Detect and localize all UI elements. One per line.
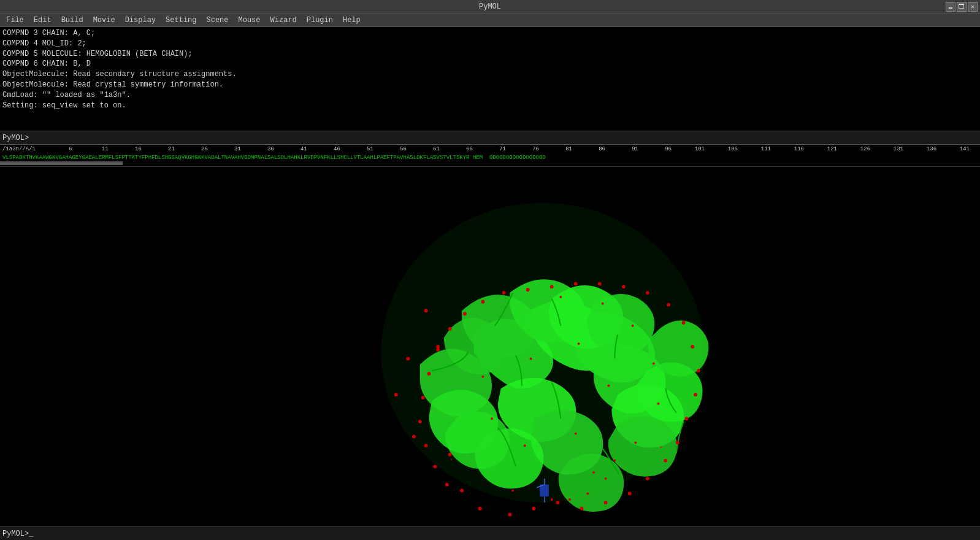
menu-bar: File Edit Build Movie Display Setting Sc… — [0, 14, 980, 27]
svg-point-53 — [578, 342, 580, 345]
svg-point-59 — [592, 471, 595, 474]
svg-point-26 — [691, 345, 694, 349]
sequence-residues[interactable]: VLSPADKTNVKAAWGKVGAHAGEYGAEALERMFLSFPTTK… — [0, 153, 980, 162]
svg-point-35 — [502, 291, 506, 295]
svg-point-19 — [628, 492, 632, 495]
console-line: ObjectMolecule: Read crystal symmetry in… — [2, 80, 980, 90]
svg-point-20 — [646, 477, 649, 480]
menu-build[interactable]: Build — [56, 15, 88, 26]
svg-point-15 — [532, 507, 535, 511]
svg-point-25 — [697, 369, 700, 372]
left-area: COMPND 3 CHAIN: A, C; COMPND 4 MOL_ID: 2… — [0, 27, 980, 540]
prompt-area: PyMOL> — [0, 131, 980, 145]
svg-point-49 — [568, 498, 571, 501]
svg-point-34 — [526, 288, 530, 291]
sequence-selection-bar — [0, 161, 123, 165]
console-line: CmdLoad: "" loaded as "1a3n". — [2, 90, 980, 101]
menu-display[interactable]: Display — [120, 15, 161, 26]
svg-point-37 — [463, 312, 467, 315]
menu-plugin[interactable]: Plugin — [302, 15, 338, 26]
console-area[interactable]: COMPND 3 CHAIN: A, C; COMPND 4 MOL_ID: 2… — [0, 27, 980, 131]
menu-scene[interactable]: Scene — [202, 15, 234, 26]
svg-point-36 — [481, 300, 484, 304]
svg-point-21 — [664, 459, 667, 463]
main-layout: COMPND 3 CHAIN: A, C; COMPND 4 MOL_ID: 2… — [0, 27, 980, 540]
window-controls: 🗕 🗖 ✕ — [946, 2, 978, 12]
svg-point-16 — [556, 501, 560, 504]
svg-point-17 — [580, 507, 584, 511]
svg-point-61 — [657, 403, 660, 405]
svg-point-27 — [682, 321, 686, 325]
app-title: PyMOL — [479, 2, 501, 11]
svg-point-51 — [481, 376, 484, 378]
title-bar: PyMOL 🗕 🗖 ✕ — [0, 0, 980, 14]
svg-text:+: + — [659, 444, 662, 450]
console-line: Setting: seq_view set to on. — [2, 101, 980, 111]
close-button[interactable]: ✕ — [968, 2, 978, 12]
svg-point-32 — [574, 282, 578, 286]
svg-point-13 — [478, 507, 482, 511]
sequence-bar: /1a3n//A/1 6 11 16 21 26 31 36 41 46 51 … — [0, 145, 980, 167]
sequence-ruler: /1a3n//A/1 6 11 16 21 26 31 36 41 46 51 … — [0, 145, 980, 153]
svg-point-46 — [613, 460, 616, 462]
prompt-label: PyMOL> — [2, 134, 29, 142]
svg-point-41 — [421, 396, 425, 399]
console-line: COMPND 4 MOL_ID: 2; — [2, 39, 980, 49]
menu-wizard[interactable]: Wizard — [266, 15, 302, 26]
svg-point-56 — [524, 444, 526, 447]
protein-structure: + + + — [0, 167, 980, 526]
svg-point-50 — [551, 498, 553, 501]
menu-mouse[interactable]: Mouse — [234, 15, 266, 26]
svg-point-47 — [605, 477, 607, 480]
svg-text:+: + — [450, 457, 453, 462]
console-line: ObjectMolecule: Read secondary structure… — [2, 69, 980, 80]
svg-point-33 — [550, 285, 554, 288]
bottom-prompt: PyMOL> _ — [0, 526, 980, 540]
svg-point-62 — [653, 362, 655, 364]
console-line: COMPND 3 CHAIN: A, C; — [2, 28, 980, 39]
menu-file[interactable]: File — [1, 15, 29, 26]
svg-point-24 — [694, 393, 697, 396]
svg-point-31 — [598, 282, 602, 286]
svg-point-6 — [406, 357, 410, 361]
minimize-button[interactable]: 🗕 — [946, 2, 955, 12]
console-line: COMPND 6 CHAIN: B, D — [2, 59, 980, 69]
viewport[interactable]: + + + — [0, 167, 980, 526]
svg-point-8 — [412, 435, 416, 439]
svg-point-22 — [676, 441, 679, 444]
svg-point-38 — [448, 327, 452, 331]
menu-help[interactable]: Help — [338, 15, 366, 26]
console-line: COMPND 5 MOLECULE: HEMOGLOBIN (BETA CHAI… — [2, 49, 980, 60]
svg-point-43 — [424, 444, 428, 447]
svg-point-29 — [646, 291, 649, 295]
svg-point-42 — [418, 420, 422, 423]
svg-point-45 — [445, 483, 449, 487]
menu-movie[interactable]: Movie — [88, 15, 120, 26]
prompt-input[interactable] — [31, 134, 980, 142]
svg-point-30 — [622, 285, 626, 288]
svg-point-40 — [427, 372, 431, 376]
svg-point-63 — [632, 325, 634, 327]
svg-point-18 — [604, 501, 608, 504]
svg-point-28 — [667, 303, 670, 307]
svg-point-58 — [511, 489, 514, 492]
svg-point-48 — [586, 492, 589, 495]
svg-point-12 — [460, 488, 464, 492]
svg-point-64 — [602, 303, 604, 305]
menu-setting[interactable]: Setting — [161, 15, 201, 26]
svg-point-7 — [394, 393, 398, 396]
svg-point-54 — [608, 385, 610, 387]
svg-point-39 — [436, 348, 440, 352]
svg-point-14 — [508, 513, 511, 517]
bottom-prompt-cursor: _ — [29, 530, 33, 538]
svg-point-55 — [575, 433, 577, 435]
svg-point-23 — [685, 417, 689, 420]
svg-point-44 — [433, 465, 437, 468]
menu-edit[interactable]: Edit — [29, 15, 56, 26]
svg-point-52 — [530, 358, 532, 360]
maximize-button[interactable]: 🗖 — [957, 2, 967, 12]
svg-point-60 — [634, 441, 637, 444]
bottom-prompt-label: PyMOL> — [2, 530, 29, 538]
svg-point-65 — [559, 296, 562, 298]
svg-point-10 — [424, 309, 428, 312]
